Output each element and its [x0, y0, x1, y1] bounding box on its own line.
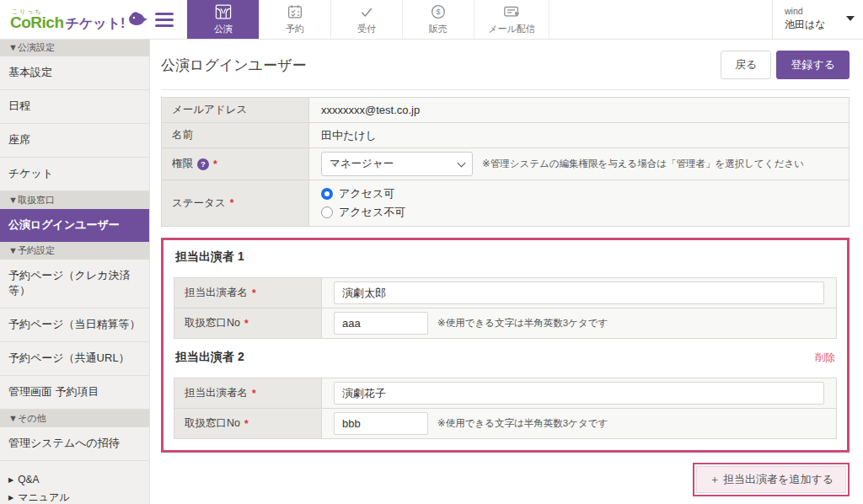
sidebar-item-kouen-login-user[interactable]: 公演ログインユーザー [0, 209, 149, 242]
performer-name-label: 担当出演者名 * [174, 378, 322, 408]
permission-select[interactable]: マネージャー [321, 152, 473, 176]
performer-2-name-row: 担当出演者名 * [174, 378, 836, 409]
sidebar-item-yoyaku-page-tojitsu[interactable]: 予約ページ（当日精算等） [0, 308, 149, 342]
window-no-label: 取扱窓口No * [174, 409, 322, 438]
email-value: xxxxxxxx@test.co.jp [309, 98, 849, 122]
tab-hanbai[interactable]: $ 販売 [402, 0, 474, 39]
sidebar-item-nittei[interactable]: 日程 [0, 90, 149, 124]
tab-mail-haishin[interactable]: メール配信 [474, 0, 549, 39]
permission-row: 権限 ? * マネージャー ※管理システムの編集権限を与える場合は「管理者」を選… [162, 148, 849, 180]
sidebar-link-manual[interactable]: ▶ マニュアル [8, 488, 141, 504]
performer-1-name-input[interactable] [334, 281, 824, 304]
performer-1-window-input[interactable] [334, 312, 428, 335]
user-name: 池田はな [785, 18, 843, 32]
top-actions: 戻る 登録する [721, 51, 850, 79]
sidebar-section-yoyaku-settei: ▼予約設定 [0, 242, 149, 260]
main-content: 公演ログインユーザー 戻る 登録する メールアドレス xxxxxxxx@test… [151, 39, 863, 504]
sidebar-link-label: Q&A [18, 474, 39, 485]
add-performer-annotation: ＋ 担当出演者を追加する [693, 463, 850, 496]
status-row: ステータス * アクセス可 アクセス不可 [162, 180, 849, 226]
performer-1-window-cell: ※使用できる文字は半角英数3ケタです [322, 308, 836, 338]
performer-section-2: 担当出演者 2 削除 担当出演者名 * 取扱窓口No * [174, 346, 837, 439]
triangle-right-icon: ▶ [8, 494, 13, 501]
user-org: wind [785, 6, 843, 16]
sidebar-link-label: マニュアル [18, 491, 69, 504]
window-no-note: ※使用できる文字は半角英数3ケタです [437, 317, 608, 330]
sidebar-section-toriatsukai-madoguchi: ▼取扱窓口 [0, 191, 149, 209]
tab-uketsuke[interactable]: 受付 [330, 0, 402, 39]
delete-performer-link[interactable]: 削除 [815, 351, 835, 365]
back-button-top[interactable]: 戻る [721, 51, 771, 79]
sidebar-item-zaseki[interactable]: 座席 [0, 124, 149, 158]
permission-value: マネージャー ※管理システムの編集権限を与える場合は「管理者」を選択してください [309, 148, 849, 180]
tab-label: 受付 [357, 23, 376, 35]
add-performer-button[interactable]: ＋ 担当出演者を追加する [696, 466, 846, 493]
tab-kouen[interactable]: 公演 [187, 0, 259, 39]
performer-2-header: 担当出演者 2 削除 [174, 346, 837, 371]
check-icon [359, 4, 374, 19]
sidebar-item-kihon-settei[interactable]: 基本設定 [0, 56, 149, 90]
sidebar-section-kouen-settei: ▼公演設定 [0, 39, 149, 56]
help-icon[interactable]: ? [197, 158, 209, 170]
header-spacer [549, 0, 772, 39]
performer-1-table: 担当出演者名 * 取扱窓口No * ※使用できる文字は半角英数3ケタです [174, 277, 837, 339]
main-nav-tabs: 公演 予約 受付 $ [187, 0, 549, 39]
permission-note: ※管理システムの編集権限を与える場合は「管理者」を選択してください [482, 158, 804, 170]
sidebar-item-ticket[interactable]: チケット [0, 158, 149, 191]
tab-label: 公演 [214, 23, 233, 35]
dollar-circle-icon: $ [431, 4, 446, 19]
stage-curtain-icon [215, 4, 232, 19]
calendar-icon [287, 4, 303, 19]
performer-2-window-row: 取扱窓口No * ※使用できる文字は半角英数3ケタです [174, 409, 836, 438]
sidebar-item-yoyaku-page-creca[interactable]: 予約ページ（クレカ決済等） [0, 260, 149, 308]
status-option-deny[interactable]: アクセス不可 [321, 205, 405, 220]
app-header: こりっち CoRich チケット! 公演 [0, 0, 863, 40]
email-label: メールアドレス [162, 98, 309, 122]
logo-product: チケット! [66, 17, 126, 30]
performer-2-name-input[interactable] [334, 382, 824, 405]
user-menu[interactable]: wind 池田はな [772, 0, 863, 39]
register-button-top[interactable]: 登録する [776, 51, 850, 79]
sidebar-item-kanri-system-shoutai[interactable]: 管理システムへの招待 [0, 427, 149, 461]
status-option-label: アクセス不可 [339, 205, 405, 220]
hamburger-icon [155, 13, 174, 27]
chevron-down-icon [846, 16, 855, 21]
corich-logo[interactable]: こりっち CoRich チケット! [0, 0, 148, 39]
required-mark: * [230, 197, 234, 209]
logo-text: こりっち CoRich チケット! [10, 8, 125, 30]
svg-text:$: $ [436, 8, 440, 16]
name-value: 田中たけし [309, 123, 849, 147]
tab-label: メール配信 [488, 23, 535, 35]
performer-1-header: 担当出演者 1 [174, 245, 837, 271]
performer-2-window-cell: ※使用できる文字は半角英数3ケタです [322, 409, 836, 438]
tab-yoyaku[interactable]: 予約 [259, 0, 330, 39]
tab-label: 販売 [429, 23, 448, 35]
sidebar-item-yoyaku-page-kyotsu-url[interactable]: 予約ページ（共通URL） [0, 342, 149, 376]
name-label: 名前 [162, 123, 309, 147]
radio-unchecked-icon[interactable] [321, 206, 333, 218]
performer-section-1: 担当出演者 1 担当出演者名 * 取扱窓口No * [174, 245, 837, 339]
page-title: 公演ログインユーザー [161, 56, 306, 75]
performer-2-window-input[interactable] [334, 412, 428, 435]
logo-brand: CoRich [10, 14, 64, 30]
hamburger-menu-button[interactable] [148, 0, 187, 39]
window-no-note: ※使用できる文字は半角英数3ケタです [437, 417, 608, 430]
required-mark: * [252, 287, 256, 299]
radio-checked-icon[interactable] [321, 188, 333, 200]
status-option-label: アクセス可 [339, 186, 394, 201]
title-row: 公演ログインユーザー 戻る 登録する [161, 49, 850, 90]
required-mark: * [244, 318, 249, 330]
email-row: メールアドレス xxxxxxxx@test.co.jp [162, 98, 849, 123]
user-form-table: メールアドレス xxxxxxxx@test.co.jp 名前 田中たけし 権限 … [161, 97, 850, 227]
required-mark: * [252, 388, 256, 399]
status-label: ステータス * [162, 180, 309, 226]
chevron-down-icon [458, 159, 466, 168]
sidebar-item-kanri-gamen-yoyaku-koumoku[interactable]: 管理画面 予約項目 [0, 376, 149, 410]
performer-1-title: 担当出演者 1 [175, 249, 244, 265]
performer-name-label: 担当出演者名 * [174, 278, 322, 308]
sidebar: ▼公演設定 基本設定 日程 座席 チケット ▼取扱窓口 公演ログインユーザー ▼… [0, 39, 150, 504]
sidebar-link-qa[interactable]: ▶ Q&A [8, 471, 141, 488]
status-option-allow[interactable]: アクセス可 [321, 186, 394, 201]
performer-2-table: 担当出演者名 * 取扱窓口No * ※使用できる文字は半角英数3ケタです [174, 378, 837, 439]
name-row: 名前 田中たけし [162, 123, 849, 148]
